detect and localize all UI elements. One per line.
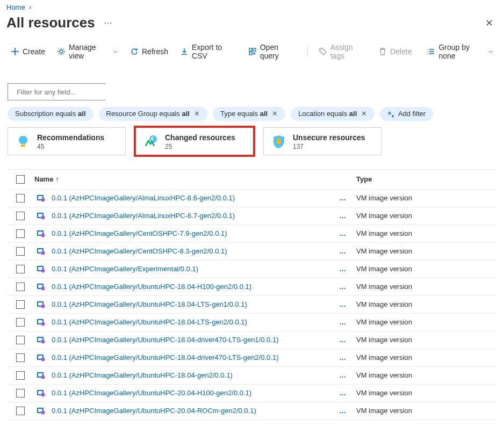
export-csv-button[interactable]: Export to CSV <box>176 40 241 63</box>
row-checkbox[interactable] <box>16 336 25 344</box>
table-row[interactable]: 0.0.1 (AzHPCImageGallery/UbuntuHPC-18.04… <box>8 314 496 331</box>
tag-icon <box>319 47 327 56</box>
svg-point-19 <box>41 251 45 255</box>
table-row[interactable]: 0.0.1 (AzHPCImageGallery/UbuntuHPC-18.04… <box>8 278 496 296</box>
shield-icon <box>271 134 286 149</box>
row-checkbox[interactable] <box>16 389 25 397</box>
query-icon <box>248 47 257 56</box>
row-checkbox[interactable] <box>16 353 25 362</box>
row-checkbox[interactable] <box>16 318 25 327</box>
row-checkbox[interactable] <box>16 212 25 220</box>
table-row[interactable]: 0.0.1 (AzHPCImageGallery/UbuntuHPC-18.04… <box>8 331 496 349</box>
column-name[interactable]: Name↑ <box>30 175 329 183</box>
table-row[interactable]: 0.0.1 (AzHPCImageGallery/AlmaLinuxHPC-8.… <box>8 207 496 225</box>
group-by-button[interactable]: Group by none <box>422 40 498 63</box>
row-more-icon[interactable]: … <box>339 265 347 273</box>
resource-type: VM image version <box>356 194 493 202</box>
row-checkbox[interactable] <box>16 283 25 291</box>
row-more-icon[interactable]: … <box>339 229 347 237</box>
row-more-icon[interactable]: … <box>339 336 347 344</box>
resource-name-link[interactable]: 0.0.1 (AzHPCImageGallery/UbuntuHPC-18.04… <box>52 336 278 344</box>
close-icon[interactable]: ✕ <box>194 110 200 118</box>
vm-image-icon <box>37 229 45 238</box>
row-more-icon[interactable]: … <box>339 212 347 220</box>
card-unsecure-resources[interactable]: Unsecure resources137 <box>263 127 381 155</box>
table-row[interactable]: 0.0.1 (AzHPCImageGallery/UbuntuHPC-20.04… <box>8 385 496 402</box>
row-more-icon[interactable]: … <box>339 371 347 379</box>
resource-name-link[interactable]: 0.0.1 (AzHPCImageGallery/CentOSHPC-7.9-g… <box>52 229 227 237</box>
pill-subscription[interactable]: Subscription equals all <box>8 107 93 121</box>
table-row[interactable]: 0.0.1 (AzHPCImageGallery/UbuntuHPC-18.04… <box>8 367 496 385</box>
resource-name-link[interactable]: 0.0.1 (AzHPCImageGallery/UbuntuHPC-18.04… <box>52 371 233 379</box>
row-checkbox[interactable] <box>16 300 25 309</box>
resource-name-link[interactable]: 0.0.1 (AzHPCImageGallery/UbuntuHPC-18.04… <box>52 353 278 361</box>
command-bar: Create Manage view Refresh Export to CSV… <box>0 35 504 68</box>
table-row[interactable]: 0.0.1 (AzHPCImageGallery/UbuntuHPC-18.04… <box>8 296 496 314</box>
horizontal-scrollbar[interactable] <box>0 424 496 434</box>
resource-type: VM image version <box>356 389 493 397</box>
svg-point-16 <box>41 233 45 237</box>
breadcrumb-home[interactable]: Home <box>6 3 25 11</box>
vm-image-icon <box>37 389 45 397</box>
close-icon[interactable]: ✕ <box>361 110 367 118</box>
row-checkbox[interactable] <box>16 194 25 202</box>
card-recommendations[interactable]: Recommendations45 <box>8 127 126 155</box>
row-more-icon[interactable]: … <box>339 353 347 361</box>
vm-image-icon <box>37 371 45 380</box>
resource-name-link[interactable]: 0.0.1 (AzHPCImageGallery/CentOSHPC-8.3-g… <box>52 247 227 255</box>
vm-image-icon <box>37 265 45 273</box>
filter-input[interactable] <box>17 84 107 100</box>
row-more-icon[interactable]: … <box>339 407 347 415</box>
row-more-icon[interactable]: … <box>339 300 347 308</box>
resource-name-link[interactable]: 0.0.1 (AzHPCImageGallery/UbuntuHPC-20.04… <box>52 389 251 397</box>
resource-name-link[interactable]: 0.0.1 (AzHPCImageGallery/AlmaLinuxHPC-8.… <box>52 194 235 202</box>
close-icon[interactable]: ✕ <box>272 110 278 118</box>
row-checkbox[interactable] <box>16 229 25 238</box>
resource-type: VM image version <box>356 371 493 379</box>
resource-name-link[interactable]: 0.0.1 (AzHPCImageGallery/UbuntuHPC-18.04… <box>52 318 247 326</box>
select-all-checkbox[interactable] <box>16 175 25 184</box>
gear-icon <box>57 47 66 56</box>
resource-name-link[interactable]: 0.0.1 (AzHPCImageGallery/Experimental/0.… <box>52 265 198 273</box>
row-checkbox[interactable] <box>16 407 25 415</box>
resource-name-link[interactable]: 0.0.1 (AzHPCImageGallery/AlmaLinuxHPC-8.… <box>52 212 235 220</box>
table-row[interactable]: 0.0.1 (AzHPCImageGallery/AlmaLinuxHPC-8.… <box>8 190 496 207</box>
close-icon[interactable]: ✕ <box>485 17 493 29</box>
create-button[interactable]: Create <box>6 44 49 59</box>
row-checkbox[interactable] <box>16 371 25 380</box>
table-row[interactable]: 0.0.1 (AzHPCImageGallery/CentOSHPC-8.3-g… <box>8 243 496 261</box>
pill-resource-group[interactable]: Resource Group equals all✕ <box>99 107 207 121</box>
pill-location[interactable]: Location equals all✕ <box>291 107 375 121</box>
table-row[interactable]: 0.0.1 (AzHPCImageGallery/UbuntuHPC-20.04… <box>8 402 496 420</box>
row-more-icon[interactable]: … <box>339 194 347 202</box>
row-more-icon[interactable]: … <box>339 247 347 255</box>
svg-point-46 <box>41 410 45 414</box>
table-row[interactable]: 0.0.1 (AzHPCImageGallery/UbuntuHPC-18.04… <box>8 349 496 367</box>
row-more-icon[interactable]: … <box>339 389 347 397</box>
list-icon <box>427 47 435 56</box>
resource-name-link[interactable]: 0.0.1 (AzHPCImageGallery/UbuntuHPC-18.04… <box>52 300 247 308</box>
row-more-icon[interactable]: … <box>339 283 347 291</box>
manage-view-button[interactable]: Manage view <box>53 40 123 63</box>
pill-add-filter[interactable]: +▾Add filter <box>380 107 433 121</box>
svg-point-37 <box>41 357 45 361</box>
card-changed-resources[interactable]: Changed resources25 <box>135 127 254 155</box>
plus-icon <box>11 47 19 56</box>
row-checkbox[interactable] <box>16 265 25 273</box>
grid-body[interactable]: 0.0.1 (AzHPCImageGallery/AlmaLinuxHPC-8.… <box>8 190 496 421</box>
resource-name-link[interactable]: 0.0.1 (AzHPCImageGallery/UbuntuHPC-18.04… <box>52 283 251 291</box>
table-row[interactable]: 0.0.1 (AzHPCImageGallery/CentOSHPC-7.9-g… <box>8 225 496 243</box>
pill-type[interactable]: Type equals all✕ <box>213 107 285 121</box>
svg-point-43 <box>41 393 45 396</box>
filter-input-wrap[interactable] <box>8 83 105 100</box>
resource-name-link[interactable]: 0.0.1 (AzHPCImageGallery/UbuntuHPC-20.04… <box>52 407 256 415</box>
refresh-button[interactable]: Refresh <box>126 44 172 59</box>
row-checkbox[interactable] <box>16 247 25 256</box>
open-query-button[interactable]: Open query <box>244 40 301 63</box>
row-more-icon[interactable]: … <box>339 318 347 326</box>
resource-type: VM image version <box>356 283 493 291</box>
vm-image-icon <box>37 283 45 291</box>
column-type[interactable]: Type <box>356 175 493 183</box>
page-more-icon[interactable]: ⋯ <box>104 18 113 28</box>
table-row[interactable]: 0.0.1 (AzHPCImageGallery/Experimental/0.… <box>8 261 496 278</box>
